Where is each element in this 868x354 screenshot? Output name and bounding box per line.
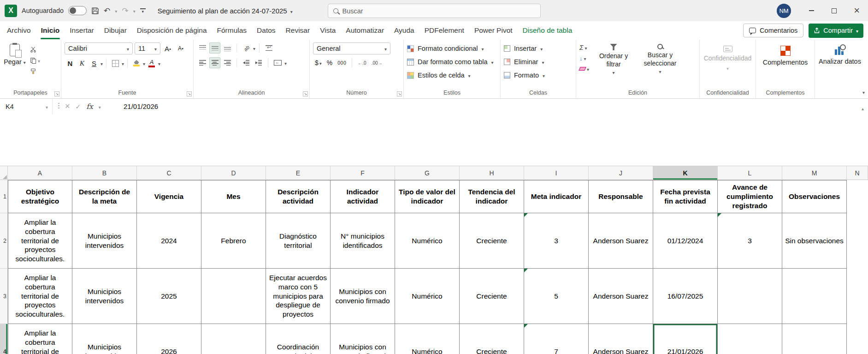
tab-disposición-de-página[interactable]: Disposición de página: [132, 21, 212, 40]
align-right-button[interactable]: [222, 57, 233, 68]
customize-toolbar-icon[interactable]: [140, 8, 146, 13]
dialog-launcher-icon[interactable]: [303, 91, 308, 96]
row-header-4[interactable]: 4: [0, 324, 8, 354]
format-as-table-button[interactable]: Dar formato como tabla: [407, 56, 497, 67]
clear-button[interactable]: [579, 65, 589, 72]
cell-G3[interactable]: Numérico: [395, 269, 460, 324]
minimize-button[interactable]: [800, 0, 823, 21]
align-bottom-button[interactable]: [222, 42, 233, 54]
tab-power-pivot[interactable]: Power Pivot: [469, 21, 518, 40]
bold-button[interactable]: N: [65, 58, 76, 69]
fill-button[interactable]: [579, 54, 589, 62]
column-header-C[interactable]: C: [137, 166, 201, 180]
collapse-ribbon-icon[interactable]: [862, 88, 865, 96]
analyze-data-button[interactable]: Analizar datos: [818, 42, 862, 66]
number-format-select[interactable]: General: [313, 42, 390, 54]
tab-archivo[interactable]: Archivo: [2, 21, 36, 40]
cell-L2[interactable]: 3: [718, 213, 782, 269]
column-header-G[interactable]: G: [395, 166, 460, 180]
cell-N1[interactable]: [847, 180, 868, 213]
column-header-E[interactable]: E: [266, 166, 331, 180]
cell-C4[interactable]: 2026: [137, 324, 201, 354]
decrease-indent-button[interactable]: [241, 57, 252, 68]
document-title[interactable]: Seguimiento al plan de acción 24-07-2025: [158, 7, 293, 15]
cell-K3[interactable]: 16/07/2025: [653, 269, 718, 324]
increase-decimal-button[interactable]: [356, 58, 368, 68]
cell-N3[interactable]: [847, 269, 868, 324]
cell-H4[interactable]: Creciente: [460, 324, 524, 354]
tab-pdfelement[interactable]: PDFelement: [419, 21, 469, 40]
cell-N2[interactable]: [847, 213, 868, 269]
cancel-entry-icon[interactable]: [65, 102, 70, 111]
sort-filter-button[interactable]: Ordenar y filtrar: [593, 42, 634, 89]
cell-A2[interactable]: Ampliar la cobertura territorial de proy…: [8, 213, 72, 269]
align-top-button[interactable]: [197, 42, 208, 54]
chevron-down-icon[interactable]: [100, 59, 103, 67]
cell-K1[interactable]: Fecha prevista fin actividad: [653, 180, 718, 213]
cell-A1[interactable]: Objetivo estratégico: [8, 180, 72, 213]
cell-N4[interactable]: [847, 324, 868, 354]
excel-logo-icon[interactable]: [5, 5, 17, 17]
align-center-button[interactable]: [209, 57, 220, 68]
cell-L3[interactable]: [718, 269, 782, 324]
select-all-corner[interactable]: [0, 166, 8, 180]
paste-button[interactable]: Pegar: [3, 42, 26, 89]
column-header-B[interactable]: B: [72, 166, 137, 180]
cell-A3[interactable]: Ampliar la cobertura territorial de proy…: [8, 269, 72, 324]
column-header-D[interactable]: D: [201, 166, 266, 180]
cell-F3[interactable]: Municipios con convenio firmado: [331, 269, 395, 324]
font-size-select[interactable]: 11: [135, 42, 160, 54]
decrease-decimal-button[interactable]: [370, 58, 384, 68]
cell-H1[interactable]: Tendencia del indicador: [460, 180, 524, 213]
cell-M4[interactable]: [782, 324, 847, 354]
cell-E3[interactable]: Ejecutar acuerdos marco con 5 municipios…: [266, 269, 331, 324]
cell-E4[interactable]: Coordinación territorial: [266, 324, 331, 354]
column-header-K[interactable]: K: [653, 166, 718, 180]
cell-L1[interactable]: Avance de cumplimiento registrado: [718, 180, 782, 213]
percent-format-button[interactable]: %: [325, 58, 334, 68]
cell-C3[interactable]: 2025: [137, 269, 201, 324]
tab-insertar[interactable]: Insertar: [65, 21, 99, 40]
cell-H2[interactable]: Creciente: [460, 213, 524, 269]
cut-button[interactable]: [30, 45, 40, 53]
increase-indent-button[interactable]: [253, 57, 264, 68]
autosum-button[interactable]: [579, 43, 589, 51]
insert-cells-button[interactable]: Insertar: [504, 43, 573, 54]
dialog-launcher-icon[interactable]: [54, 91, 59, 96]
cell-A4[interactable]: Ampliar la cobertura territorial de proy…: [8, 324, 72, 354]
cell-D2[interactable]: Febrero: [201, 213, 266, 269]
cell-J2[interactable]: Anderson Suarez: [589, 213, 653, 269]
column-header-N[interactable]: N: [847, 166, 868, 180]
decrease-font-button[interactable]: [175, 43, 186, 54]
format-painter-button[interactable]: [30, 67, 40, 75]
autosave-toggle[interactable]: [68, 6, 87, 15]
cell-D4[interactable]: [201, 324, 266, 354]
font-name-select[interactable]: Calibri: [65, 42, 133, 54]
tab-dibujar[interactable]: Dibujar: [99, 21, 132, 40]
tab-vista[interactable]: Vista: [315, 21, 341, 40]
sensitivity-button[interactable]: Confidencialidad: [703, 42, 752, 72]
collapse-formula-bar-icon[interactable]: [862, 104, 864, 112]
cell-L4[interactable]: [718, 324, 782, 354]
align-left-button[interactable]: [197, 57, 208, 68]
cell-K4[interactable]: 21/01/2026: [653, 324, 718, 354]
wrap-text-button[interactable]: [263, 42, 274, 54]
cell-J1[interactable]: Responsable: [589, 180, 653, 213]
tab-automatizar[interactable]: Automatizar: [341, 21, 389, 40]
save-icon[interactable]: [91, 7, 99, 15]
tab-ayuda[interactable]: Ayuda: [389, 21, 419, 40]
tab-inicio[interactable]: Inicio: [36, 21, 65, 40]
cell-F2[interactable]: N° municipios identificados: [331, 213, 395, 269]
cell-K2[interactable]: 01/12/2024: [653, 213, 718, 269]
column-header-H[interactable]: H: [460, 166, 524, 180]
chevron-down-icon[interactable]: [158, 59, 160, 67]
cell-M2[interactable]: Sin observaciones: [782, 213, 847, 269]
conditional-formatting-button[interactable]: Formato condicional: [407, 43, 497, 54]
tab-fórmulas[interactable]: Fórmulas: [212, 21, 252, 40]
column-header-J[interactable]: J: [589, 166, 653, 180]
name-box[interactable]: K4: [0, 99, 53, 114]
cell-J3[interactable]: Anderson Suarez: [589, 269, 653, 324]
comma-format-button[interactable]: 000: [336, 58, 348, 68]
borders-button[interactable]: [110, 58, 121, 69]
cell-B1[interactable]: Descripción de la meta: [72, 180, 137, 213]
